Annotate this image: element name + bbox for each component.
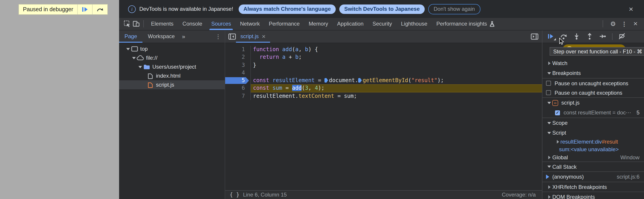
tab-application[interactable]: Application bbox=[332, 18, 368, 30]
expanded-triangle-icon[interactable] bbox=[548, 166, 551, 168]
step-over-tooltip: Step over next function call - F10 - ⌘ ' bbox=[550, 47, 644, 56]
html-file-icon bbox=[146, 72, 154, 79]
pretty-print-icon[interactable]: { } bbox=[230, 192, 239, 198]
navigator-menu-icon[interactable]: ⋮ bbox=[215, 33, 225, 40]
gutter-line-number[interactable]: 4 bbox=[225, 69, 251, 77]
switch-to-japanese-button[interactable]: Switch DevTools to Japanese bbox=[339, 4, 425, 14]
close-tab-icon[interactable]: × bbox=[262, 33, 265, 40]
scope-global-row[interactable]: Global Window bbox=[542, 153, 644, 162]
tab-sources[interactable]: Sources bbox=[207, 18, 236, 30]
tab-performance-insights[interactable]: Performance insights bbox=[432, 18, 499, 30]
gutter-line-number[interactable]: 7 bbox=[225, 92, 251, 100]
close-devtools-icon[interactable]: × bbox=[632, 20, 640, 28]
code-line[interactable]: 6const sum = add(3, 4); bbox=[225, 85, 542, 92]
code-text[interactable] bbox=[251, 69, 542, 77]
main-menu-icon[interactable]: ⋮ bbox=[620, 20, 628, 28]
gutter-line-number[interactable]: 6 bbox=[225, 85, 251, 92]
device-toolbar-icon[interactable] bbox=[132, 19, 141, 28]
expanded-triangle-icon[interactable] bbox=[548, 122, 551, 124]
breakpoint-enabled-checkbox[interactable]: ✓ bbox=[555, 110, 560, 115]
section-xhr-breakpoints[interactable]: XHR/fetch Breakpoints bbox=[542, 182, 644, 192]
code-text[interactable]: function add(a, b) { bbox=[251, 46, 542, 54]
scope-entry-resultelement[interactable]: resultElement: div#result bbox=[542, 138, 644, 145]
always-match-language-button[interactable]: Always match Chrome's language bbox=[239, 4, 336, 14]
code-line[interactable]: 7resultElement.textContent = sum; bbox=[225, 92, 542, 100]
step-button[interactable] bbox=[599, 33, 606, 40]
step-over-badge-button[interactable] bbox=[92, 4, 108, 14]
expanded-triangle-icon[interactable] bbox=[548, 72, 551, 74]
gutter-line-number[interactable]: 5 bbox=[225, 77, 251, 85]
tree-item-index-html[interactable]: index.html bbox=[119, 71, 225, 80]
deactivate-breakpoints-button[interactable] bbox=[618, 33, 626, 40]
settings-gear-icon[interactable]: ⚙ bbox=[609, 20, 617, 28]
pause-on-caught-row[interactable]: Pause on caught exceptions bbox=[542, 88, 644, 98]
tree-item-file-scheme[interactable]: file:// bbox=[119, 53, 225, 62]
step-out-button[interactable] bbox=[586, 33, 593, 40]
code-text[interactable]: } bbox=[251, 61, 542, 69]
expanded-triangle-icon[interactable] bbox=[548, 132, 551, 134]
tree-item-folder[interactable]: Users/user/project bbox=[119, 62, 225, 71]
collapsed-triangle-icon[interactable] bbox=[556, 140, 559, 143]
section-breakpoints-label: Breakpoints bbox=[552, 70, 581, 76]
step-into-button[interactable] bbox=[573, 33, 580, 40]
inspect-element-icon[interactable] bbox=[123, 19, 132, 28]
dont-show-again-button[interactable]: Don't show again bbox=[428, 4, 480, 14]
gutter-line-number[interactable]: 2 bbox=[225, 54, 251, 61]
tree-item-label: index.html bbox=[156, 73, 180, 79]
gutter-line-number[interactable]: 1 bbox=[225, 46, 251, 54]
collapsed-triangle-icon[interactable] bbox=[548, 61, 550, 65]
expanded-triangle-icon[interactable] bbox=[548, 102, 551, 104]
collapsed-triangle-icon[interactable] bbox=[548, 185, 550, 189]
infobar-close-icon[interactable]: × bbox=[629, 5, 633, 13]
breakpoint-flag-icon[interactable] bbox=[225, 77, 249, 84]
section-call-stack[interactable]: Call Stack bbox=[542, 162, 644, 172]
scope-var-name: resultElement bbox=[560, 138, 594, 145]
resume-script-execution-button[interactable] bbox=[547, 33, 554, 40]
code-line[interactable]: 4 bbox=[225, 69, 542, 77]
expanded-triangle-icon[interactable] bbox=[126, 48, 130, 50]
tab-console[interactable]: Console bbox=[178, 18, 207, 30]
scope-entry-sum[interactable]: sum: <value unavailable> bbox=[542, 145, 644, 153]
breakpoint-group-script-js[interactable]: ‹› script.js bbox=[542, 98, 644, 108]
code-line[interactable]: 1function add(a, b) { bbox=[225, 46, 542, 54]
tab-security[interactable]: Security bbox=[368, 18, 396, 30]
pause-on-uncaught-row[interactable]: Pause on uncaught exceptions bbox=[542, 78, 644, 88]
collapsed-triangle-icon[interactable] bbox=[548, 156, 550, 159]
resume-script-button[interactable] bbox=[77, 4, 92, 14]
hide-navigator-icon[interactable] bbox=[225, 33, 236, 40]
tab-elements[interactable]: Elements bbox=[146, 18, 178, 30]
more-tabs-chevron-icon[interactable]: » bbox=[180, 33, 187, 40]
code-text[interactable]: const resultElement = document.getElemen… bbox=[251, 77, 542, 85]
section-scope[interactable]: Scope bbox=[542, 118, 644, 128]
code-line[interactable]: 5const resultElement = document.getEleme… bbox=[225, 77, 542, 85]
navigator-tab-workspace[interactable]: Workspace bbox=[142, 30, 180, 43]
tab-network[interactable]: Network bbox=[236, 18, 264, 30]
editor-tab-script-js[interactable]: script.js × bbox=[236, 30, 270, 43]
navigator-tab-page[interactable]: Page bbox=[119, 30, 142, 43]
hide-debugger-sidebar-icon[interactable] bbox=[531, 33, 542, 40]
code-lines[interactable]: 1function add(a, b) {2 return a + b;3}45… bbox=[225, 43, 542, 190]
collapsed-triangle-icon[interactable] bbox=[548, 195, 550, 199]
section-dom-breakpoints[interactable]: DOM Breakpoints bbox=[542, 192, 644, 199]
pause-on-uncaught-checkbox[interactable] bbox=[546, 81, 551, 86]
code-text[interactable]: return a + b; bbox=[251, 54, 542, 61]
debugger-toolbar-separator bbox=[612, 33, 612, 40]
section-watch[interactable]: Watch bbox=[542, 58, 644, 68]
tree-item-script-js[interactable]: script.js bbox=[119, 80, 225, 89]
tree-item-top[interactable]: top bbox=[119, 44, 225, 53]
tab-memory[interactable]: Memory bbox=[304, 18, 333, 30]
pause-on-caught-checkbox[interactable] bbox=[546, 90, 551, 95]
breakpoint-entry-row[interactable]: ✓ const resultElement = doc⋯ 5 bbox=[542, 108, 644, 118]
expanded-triangle-icon[interactable] bbox=[138, 66, 142, 68]
scope-script-block[interactable]: Script bbox=[542, 128, 644, 138]
code-line[interactable]: 2 return a + b; bbox=[225, 54, 542, 61]
tab-lighthouse[interactable]: Lighthouse bbox=[396, 18, 432, 30]
code-line[interactable]: 3} bbox=[225, 61, 542, 69]
gutter-line-number[interactable]: 3 bbox=[225, 61, 251, 69]
expanded-triangle-icon[interactable] bbox=[132, 57, 136, 59]
code-text[interactable]: const sum = add(3, 4); bbox=[251, 85, 542, 92]
code-text[interactable]: resultElement.textContent = sum; bbox=[251, 92, 542, 100]
call-stack-frame-row[interactable]: (anonymous) script.js:6 bbox=[542, 172, 644, 182]
section-breakpoints[interactable]: Breakpoints bbox=[542, 68, 644, 78]
tab-performance[interactable]: Performance bbox=[264, 18, 304, 30]
